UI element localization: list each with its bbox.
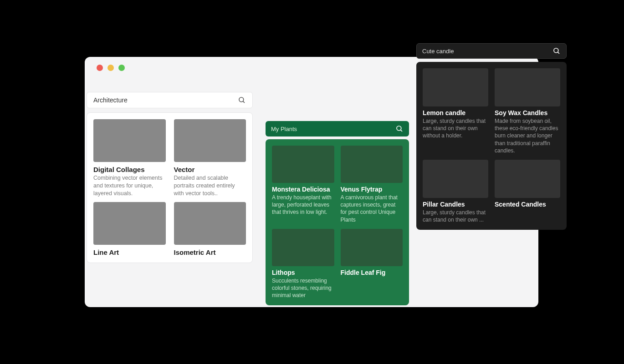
svg-line-3 xyxy=(400,130,402,131)
result-card[interactable]: Lemon candle Large, sturdy candles that … xyxy=(423,68,488,140)
result-thumbnail xyxy=(174,202,246,245)
svg-point-4 xyxy=(554,48,558,53)
plants-search-input[interactable]: My Plants xyxy=(271,126,395,132)
result-thumbnail xyxy=(341,229,403,266)
result-description: Succulents resembling colorful stones, r… xyxy=(272,277,334,299)
plants-search-bar[interactable]: My Plants xyxy=(266,121,409,136)
result-card[interactable]: Monstera Deliciosa A trendy houseplant w… xyxy=(272,146,334,216)
result-thumbnail xyxy=(423,160,488,198)
result-title: Lithops xyxy=(272,269,334,276)
result-title: Vector xyxy=(174,166,246,173)
architecture-results-panel: Digital Collages Combining vector elemen… xyxy=(87,112,253,263)
result-thumbnail xyxy=(423,68,488,106)
result-card[interactable]: Fiddle Leaf Fig xyxy=(341,229,403,276)
search-icon[interactable] xyxy=(238,96,246,104)
result-description: A carnivorous plant that captures insect… xyxy=(341,194,403,223)
result-description: Large, sturdy candles that can stand on … xyxy=(423,209,488,223)
result-title: Scented Candles xyxy=(495,201,560,208)
result-thumbnail xyxy=(272,146,334,183)
result-thumbnail xyxy=(174,119,246,162)
result-thumbnail xyxy=(495,160,560,198)
svg-line-1 xyxy=(243,101,245,103)
search-icon[interactable] xyxy=(395,125,404,133)
window-minimize-button[interactable] xyxy=(107,65,114,71)
result-description: Detailed and scalable portraits created … xyxy=(174,174,246,197)
architecture-search-input[interactable] xyxy=(93,96,238,104)
candle-results-panel: Lemon candle Large, sturdy candles that … xyxy=(416,62,567,230)
result-description: Combining vector elements and textures f… xyxy=(93,174,166,197)
result-title: Pillar Candles xyxy=(423,201,488,208)
result-card[interactable]: Scented Candles xyxy=(495,160,560,208)
candle-search-input[interactable]: Cute candle xyxy=(422,48,552,55)
result-thumbnail xyxy=(495,68,560,106)
architecture-search-bar[interactable] xyxy=(87,92,253,108)
result-card[interactable]: Vector Detailed and scalable portraits c… xyxy=(174,119,246,197)
result-card[interactable]: Isometric Art xyxy=(174,202,246,256)
result-thumbnail xyxy=(341,146,403,183)
result-card[interactable]: Venus Flytrap A carnivorous plant that c… xyxy=(341,146,403,223)
result-title: Digital Collages xyxy=(93,166,166,173)
result-card[interactable]: Digital Collages Combining vector elemen… xyxy=(93,119,166,197)
window-close-button[interactable] xyxy=(97,65,103,71)
window-maximize-button[interactable] xyxy=(118,65,125,71)
result-title: Line Art xyxy=(93,248,166,256)
result-card[interactable]: Line Art xyxy=(93,202,166,256)
result-description: A trendy houseplant with large, perforat… xyxy=(272,194,334,216)
result-card[interactable]: Soy Wax Candles Made from soybean oil, t… xyxy=(495,68,560,154)
result-title: Venus Flytrap xyxy=(341,186,403,193)
result-description: Large, sturdy candles that can stand on … xyxy=(423,117,488,140)
result-thumbnail xyxy=(93,119,166,162)
result-title: Fiddle Leaf Fig xyxy=(341,269,403,276)
result-card[interactable]: Pillar Candles Large, sturdy candles tha… xyxy=(423,160,488,223)
svg-point-0 xyxy=(239,97,244,102)
result-thumbnail xyxy=(93,202,166,245)
svg-point-2 xyxy=(397,126,401,131)
result-thumbnail xyxy=(272,229,334,266)
result-title: Monstera Deliciosa xyxy=(272,186,334,193)
result-title: Lemon candle xyxy=(423,109,488,116)
result-title: Isometric Art xyxy=(174,248,246,256)
candle-search-bar[interactable]: Cute candle xyxy=(416,43,567,59)
result-title: Soy Wax Candles xyxy=(495,109,560,116)
search-icon[interactable] xyxy=(552,47,561,55)
result-card[interactable]: Lithops Succulents resembling colorful s… xyxy=(272,229,334,299)
svg-line-5 xyxy=(558,52,559,54)
plants-results-panel: Monstera Deliciosa A trendy houseplant w… xyxy=(266,139,409,305)
result-description: Made from soybean oil, these eco-friendl… xyxy=(495,117,560,154)
